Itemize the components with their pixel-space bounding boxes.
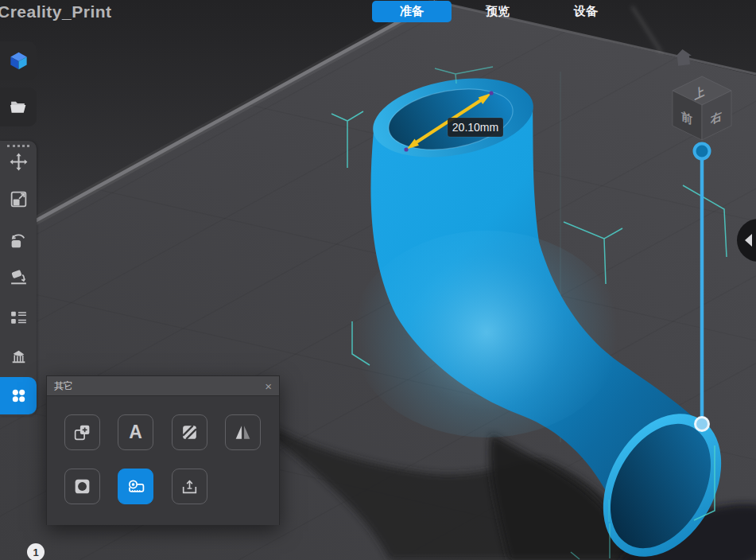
move-icon	[9, 152, 29, 172]
clone-icon	[72, 422, 92, 442]
tool-support[interactable]	[4, 342, 33, 371]
folder-open-icon	[9, 97, 29, 117]
tab-preview[interactable]: 预览	[474, 1, 521, 22]
rotate-icon	[9, 231, 29, 251]
app-title: Creality_Print	[0, 0, 112, 24]
creality-print-window: 20.10mm 上 前 右 Creality_Print 准备 预览 设备	[0, 0, 756, 560]
other-panel-header[interactable]: 其它 ×	[47, 376, 279, 396]
sidebar-item-logo[interactable]	[0, 41, 37, 80]
object-count-badge: 1	[27, 543, 45, 560]
transform-toolbar	[0, 141, 37, 416]
tool-measure[interactable]	[118, 469, 153, 504]
measure-tape-icon	[126, 476, 146, 497]
export-icon	[180, 476, 200, 496]
scale-icon	[9, 189, 29, 209]
lay-flat-icon	[9, 267, 29, 287]
tool-cut[interactable]	[172, 414, 207, 450]
sidebar-item-open-file[interactable]	[0, 88, 37, 126]
tool-text[interactable]: A	[118, 414, 153, 450]
measurement-value: 20.10mm	[452, 121, 498, 134]
slider-handle-bottom[interactable]	[696, 418, 709, 431]
grid-dots-icon	[9, 386, 29, 406]
tool-lay-flat[interactable]	[4, 262, 33, 291]
tab-device[interactable]: 设备	[562, 1, 610, 22]
tool-more-tools[interactable]	[0, 377, 37, 414]
tool-hollow[interactable]	[64, 469, 100, 504]
tool-object-list[interactable]	[4, 303, 33, 332]
slider-handle-top[interactable]	[695, 144, 710, 159]
hollow-icon	[72, 476, 92, 496]
tool-export[interactable]	[172, 469, 207, 504]
creality-logo-icon	[8, 50, 29, 72]
tool-scale[interactable]	[4, 185, 33, 213]
object-list-icon	[9, 308, 29, 328]
tool-clone[interactable]	[64, 414, 100, 450]
other-panel-title: 其它	[54, 379, 265, 393]
text-tool-glyph: A	[129, 423, 142, 441]
close-icon[interactable]: ×	[265, 380, 272, 392]
other-panel-body: A	[47, 396, 279, 525]
cut-icon	[180, 422, 200, 442]
support-icon	[9, 347, 29, 367]
tool-mirror[interactable]	[225, 414, 261, 450]
tool-rotate[interactable]	[4, 226, 33, 255]
other-tools-panel: 其它 × A	[46, 375, 280, 525]
tool-move[interactable]	[4, 147, 33, 176]
tab-prepare[interactable]: 准备	[372, 1, 452, 22]
mirror-icon	[233, 422, 253, 442]
